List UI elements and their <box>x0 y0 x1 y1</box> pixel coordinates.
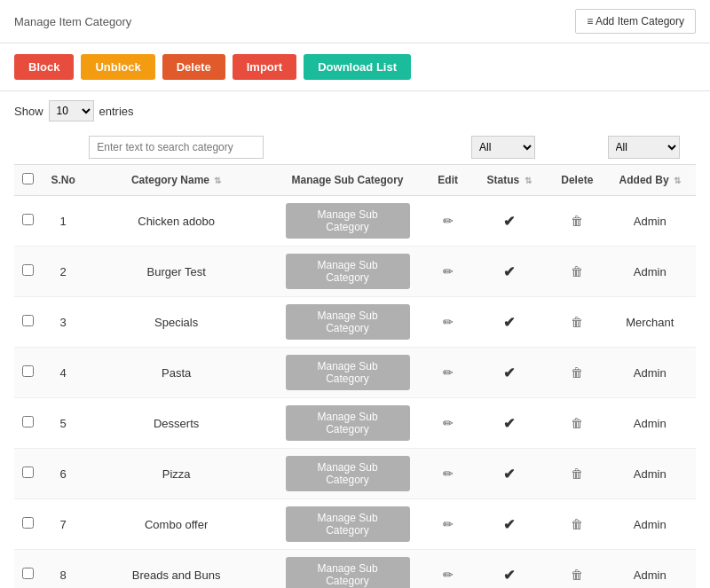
status-check-icon: ✔ <box>503 416 515 431</box>
manage-sub-category-button[interactable]: Manage Sub Category <box>286 304 410 340</box>
row-delete-cell: 🗑 <box>550 499 604 550</box>
download-list-button[interactable]: Download List <box>304 54 411 80</box>
row-sno: 1 <box>41 196 85 247</box>
row-edit-cell: ✏ <box>428 348 468 398</box>
col-checkbox <box>14 165 41 196</box>
row-category-name: Pizza <box>85 449 267 499</box>
table-row: 6 Pizza Manage Sub Category ✏ ✔ 🗑 Admin <box>14 449 696 499</box>
row-status-cell: ✔ <box>468 196 550 247</box>
row-checkbox-4[interactable] <box>22 416 34 427</box>
table-row: 7 Combo offer Manage Sub Category ✏ ✔ 🗑 … <box>14 499 696 550</box>
status-filter-select[interactable]: All Active Inactive <box>471 136 535 159</box>
row-added-by: Admin <box>604 348 696 398</box>
category-table: All Active Inactive All Admin Merchant <box>14 130 696 588</box>
row-manage-sub-cell: Manage Sub Category <box>267 247 428 297</box>
manage-sub-category-button[interactable]: Manage Sub Category <box>286 456 410 491</box>
row-manage-sub-cell: Manage Sub Category <box>267 499 428 550</box>
delete-icon[interactable]: 🗑 <box>571 517 583 531</box>
sort-icon-added-by: ⇅ <box>674 176 681 185</box>
edit-icon[interactable]: ✏ <box>443 365 454 380</box>
table-header-row: S.No Category Name ⇅ Manage Sub Category… <box>14 165 696 196</box>
edit-icon[interactable]: ✏ <box>443 264 454 278</box>
search-input[interactable] <box>89 136 264 159</box>
added-by-filter-select[interactable]: All Admin Merchant <box>608 136 680 159</box>
col-manage-sub: Manage Sub Category <box>267 165 428 196</box>
row-checkbox-cell <box>14 398 41 449</box>
select-all-checkbox[interactable] <box>22 173 34 184</box>
status-check-icon: ✔ <box>503 568 515 583</box>
row-sno: 3 <box>41 297 85 348</box>
row-manage-sub-cell: Manage Sub Category <box>267 449 428 499</box>
row-category-name: Burger Test <box>85 247 267 297</box>
row-status-cell: ✔ <box>468 247 550 297</box>
add-item-category-button[interactable]: ≡ Add Item Category <box>575 9 696 34</box>
row-status-cell: ✔ <box>468 398 550 449</box>
edit-icon[interactable]: ✏ <box>443 315 454 329</box>
manage-sub-category-button[interactable]: Manage Sub Category <box>286 506 410 542</box>
row-edit-cell: ✏ <box>428 297 468 348</box>
row-sno: 2 <box>41 247 85 297</box>
delete-icon[interactable]: 🗑 <box>571 466 583 481</box>
entries-select[interactable]: 10 25 50 100 <box>49 100 94 122</box>
row-checkbox-3[interactable] <box>22 365 34 377</box>
row-delete-cell: 🗑 <box>550 297 604 348</box>
show-label: Show <box>14 105 43 118</box>
page-wrapper: Manage Item Category ≡ Add Item Category… <box>0 0 710 588</box>
table-row: 3 Specials Manage Sub Category ✏ ✔ 🗑 Mer… <box>14 297 696 348</box>
row-edit-cell: ✏ <box>428 398 468 449</box>
delete-icon[interactable]: 🗑 <box>571 568 583 582</box>
edit-icon[interactable]: ✏ <box>443 517 454 531</box>
import-button[interactable]: Import <box>233 54 296 80</box>
delete-icon[interactable]: 🗑 <box>571 315 583 329</box>
row-status-cell: ✔ <box>468 449 550 499</box>
sort-icon-status: ⇅ <box>525 176 532 185</box>
col-status: Status ⇅ <box>468 165 550 196</box>
row-edit-cell: ✏ <box>428 499 468 550</box>
row-added-by: Admin <box>604 550 696 589</box>
edit-icon[interactable]: ✏ <box>443 214 454 228</box>
row-added-by: Admin <box>604 449 696 499</box>
row-sno: 7 <box>41 499 85 550</box>
block-button[interactable]: Block <box>14 54 74 80</box>
col-edit: Edit <box>428 165 468 196</box>
manage-sub-category-button[interactable]: Manage Sub Category <box>286 254 410 289</box>
table-row: 4 Pasta Manage Sub Category ✏ ✔ 🗑 Admin <box>14 348 696 398</box>
row-added-by: Admin <box>604 499 696 550</box>
row-category-name: Breads and Buns <box>85 550 267 589</box>
manage-sub-category-button[interactable]: Manage Sub Category <box>286 405 410 441</box>
row-checkbox-cell <box>14 499 41 550</box>
row-status-cell: ✔ <box>468 297 550 348</box>
edit-icon[interactable]: ✏ <box>443 568 454 582</box>
row-status-cell: ✔ <box>468 550 550 589</box>
delete-icon[interactable]: 🗑 <box>571 264 583 278</box>
row-checkbox-6[interactable] <box>22 517 34 529</box>
table-row: 5 Desserts Manage Sub Category ✏ ✔ 🗑 Adm… <box>14 398 696 449</box>
delete-icon[interactable]: 🗑 <box>571 416 583 430</box>
row-checkbox-7[interactable] <box>22 568 34 579</box>
row-checkbox-5[interactable] <box>22 466 34 478</box>
manage-sub-category-button[interactable]: Manage Sub Category <box>286 203 410 239</box>
table-body: 1 Chicken adobo Manage Sub Category ✏ ✔ … <box>14 196 696 589</box>
row-checkbox-0[interactable] <box>22 214 34 225</box>
manage-sub-category-button[interactable]: Manage Sub Category <box>286 557 410 588</box>
row-delete-cell: 🗑 <box>550 196 604 247</box>
row-checkbox-1[interactable] <box>22 264 34 276</box>
manage-sub-category-button[interactable]: Manage Sub Category <box>286 355 410 390</box>
row-sno: 4 <box>41 348 85 398</box>
delete-icon[interactable]: 🗑 <box>571 365 583 380</box>
row-edit-cell: ✏ <box>428 247 468 297</box>
row-checkbox-2[interactable] <box>22 315 34 326</box>
status-check-icon: ✔ <box>503 315 515 330</box>
col-sno: S.No <box>41 165 85 196</box>
delete-icon[interactable]: 🗑 <box>571 214 583 228</box>
row-manage-sub-cell: Manage Sub Category <box>267 348 428 398</box>
unblock-button[interactable]: Unblock <box>81 54 154 80</box>
table-row: 2 Burger Test Manage Sub Category ✏ ✔ 🗑 … <box>14 247 696 297</box>
row-edit-cell: ✏ <box>428 196 468 247</box>
table-container: All Active Inactive All Admin Merchant <box>0 130 710 588</box>
entries-label: entries <box>99 105 134 118</box>
col-category-name: Category Name ⇅ <box>85 165 267 196</box>
edit-icon[interactable]: ✏ <box>443 416 454 430</box>
edit-icon[interactable]: ✏ <box>443 466 454 481</box>
delete-button[interactable]: Delete <box>162 54 225 80</box>
